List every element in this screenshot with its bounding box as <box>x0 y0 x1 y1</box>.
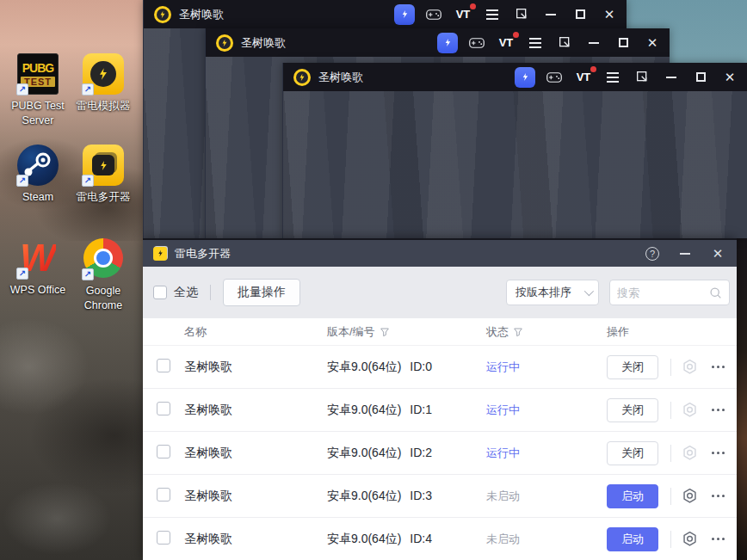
close-button[interactable]: ✕ <box>642 33 663 53</box>
emulator-titlebar[interactable]: 圣树唤歌 VT ✕ <box>144 0 627 28</box>
popout-window-icon[interactable] <box>554 33 575 53</box>
menu-icon[interactable] <box>602 67 623 88</box>
gamepad-icon[interactable] <box>544 67 565 88</box>
emulator-titlebar[interactable]: 圣树唤歌 VT ✕ <box>206 28 670 57</box>
desktop-icon-steam[interactable]: ↗ Steam <box>3 145 72 205</box>
divider <box>670 402 671 419</box>
emulator-titlebar[interactable]: 圣树唤歌 VT ✕ <box>283 63 747 91</box>
settings-gear-icon[interactable] <box>682 359 698 375</box>
icon-label: 雷电模拟器 <box>69 99 138 114</box>
manager-toolbar: 全选 批量操作 按版本排序 <box>143 267 737 318</box>
select-all-label: 全选 <box>174 285 198 300</box>
instance-row: 圣树唤歌 安卓9.0(64位)ID:0 运行中 关闭 <box>143 346 737 389</box>
gamepad-icon[interactable] <box>466 33 487 53</box>
shortcut-arrow-icon: ↗ <box>82 175 94 187</box>
desktop-icon-pubg-test-server[interactable]: PUBGTEST ↗ PUBG Test Server <box>3 53 72 128</box>
icon-label: PUBG Test Server <box>3 99 72 128</box>
action-button[interactable]: 启动 <box>607 527 658 551</box>
minimize-button[interactable] <box>675 243 695 264</box>
search-input[interactable] <box>617 286 709 299</box>
settings-gear-icon[interactable] <box>682 531 698 547</box>
shortcut-arrow-icon: ↗ <box>82 268 94 280</box>
search-box[interactable] <box>609 280 730 305</box>
multiplayer-manager-window: 雷电多开器 ? ✕ 全选 批量操作 按版本排序 名称 版本/编号 状态 <box>143 238 737 560</box>
icon-label: Google Chrome <box>69 284 138 313</box>
status-text: 运行中 <box>486 446 520 459</box>
batch-operations-button[interactable]: 批量操作 <box>223 279 300 306</box>
divider <box>670 445 671 462</box>
more-options-icon[interactable] <box>712 409 725 411</box>
status-text: 运行中 <box>486 403 520 416</box>
instance-row: 圣树唤歌 安卓9.0(64位)ID:3 未启动 启动 <box>143 475 737 518</box>
select-all-checkbox[interactable] <box>153 286 167 299</box>
vt-badge[interactable]: VT <box>496 33 516 53</box>
instance-name: 圣树唤歌 <box>181 489 327 504</box>
instance-version: 安卓9.0(64位) <box>327 532 401 547</box>
maximize-button[interactable] <box>690 67 711 88</box>
gamepad-icon[interactable] <box>423 4 444 25</box>
boost-icon[interactable] <box>437 33 458 53</box>
action-button[interactable]: 关闭 <box>607 441 658 465</box>
multiplayer-logo-icon <box>153 247 167 261</box>
shortcut-arrow-icon: ↗ <box>16 175 28 187</box>
instance-name: 圣树唤歌 <box>181 403 327 418</box>
row-checkbox[interactable] <box>157 531 170 545</box>
icon-label: WPS Office <box>3 283 72 298</box>
boost-icon[interactable] <box>515 67 535 88</box>
instance-version: 安卓9.0(64位) <box>327 489 401 504</box>
close-button[interactable]: ✕ <box>599 4 620 25</box>
menu-icon[interactable] <box>525 33 546 53</box>
desktop-icon-google-chrome[interactable]: ↗ Google Chrome <box>69 237 138 313</box>
minimize-button[interactable] <box>661 67 682 88</box>
vt-badge[interactable]: VT <box>573 67 594 88</box>
boost-icon[interactable] <box>394 4 415 25</box>
manager-titlebar[interactable]: 雷电多开器 ? ✕ <box>143 240 737 267</box>
sort-dropdown[interactable]: 按版本排序 <box>506 280 599 305</box>
filter-icon[interactable] <box>380 327 390 337</box>
ldplayer-logo-icon <box>216 34 233 52</box>
desktop-icon-ldplayer[interactable]: ↗ 雷电模拟器 <box>69 53 138 114</box>
more-options-icon[interactable] <box>712 538 725 540</box>
row-checkbox[interactable] <box>157 445 170 458</box>
close-button[interactable]: ✕ <box>719 67 740 88</box>
maximize-button[interactable] <box>613 33 633 53</box>
menu-icon[interactable] <box>482 4 503 25</box>
instance-id: ID:4 <box>410 532 432 547</box>
action-button[interactable]: 启动 <box>607 484 658 508</box>
minimize-button[interactable] <box>540 4 561 25</box>
more-options-icon[interactable] <box>712 452 725 454</box>
more-options-icon[interactable] <box>712 495 725 497</box>
settings-gear-icon[interactable] <box>682 402 698 418</box>
action-button[interactable]: 关闭 <box>607 398 658 422</box>
row-checkbox[interactable] <box>157 488 170 502</box>
instance-name: 圣树唤歌 <box>181 360 327 375</box>
row-checkbox[interactable] <box>157 359 170 372</box>
desktop-icon-wps-office[interactable]: W ↗ WPS Office <box>3 237 72 298</box>
help-icon[interactable]: ? <box>642 243 663 264</box>
instance-version: 安卓9.0(64位) <box>327 360 401 375</box>
emulator-window-3: 圣树唤歌 VT ✕ <box>282 63 747 238</box>
desktop-icon-ld-multiplayer[interactable]: ↗ 雷电多开器 <box>69 145 138 205</box>
vt-badge[interactable]: VT <box>453 4 473 25</box>
action-button[interactable]: 关闭 <box>607 355 658 379</box>
minimize-button[interactable] <box>583 33 604 53</box>
notification-dot <box>470 3 476 9</box>
popout-window-icon[interactable] <box>511 4 532 25</box>
window-title: 雷电多开器 <box>175 246 231 262</box>
status-text: 运行中 <box>486 360 520 373</box>
ldplayer-logo-icon <box>154 6 171 23</box>
instance-id: ID:2 <box>410 446 432 461</box>
close-button[interactable]: ✕ <box>707 243 728 264</box>
settings-gear-icon[interactable] <box>682 445 698 461</box>
settings-gear-icon[interactable] <box>682 488 698 504</box>
row-checkbox[interactable] <box>157 402 170 415</box>
sort-dropdown-value: 按版本排序 <box>515 285 584 300</box>
instance-version: 安卓9.0(64位) <box>327 403 401 418</box>
icon-label: 雷电多开器 <box>69 190 138 205</box>
more-options-icon[interactable] <box>712 366 725 368</box>
popout-window-icon[interactable] <box>632 67 652 88</box>
maximize-button[interactable] <box>570 4 590 25</box>
filter-icon[interactable] <box>513 327 523 337</box>
emulator-screen <box>283 91 747 238</box>
instance-id: ID:0 <box>410 360 432 375</box>
